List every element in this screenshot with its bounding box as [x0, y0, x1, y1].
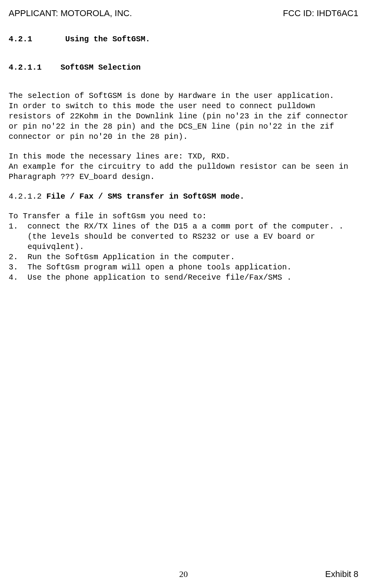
section-title: File / Fax / SMS transfer in SoftGSM mod… — [46, 192, 244, 201]
list-number: 2. — [9, 252, 28, 262]
list-text: Use the phone application to send/Receiv… — [28, 273, 358, 283]
paragraph-3: In this mode the necessary lines are: TX… — [9, 151, 358, 162]
section-number: 4.2.1.1 — [9, 63, 42, 72]
page-header: APPLICANT: MOTOROLA, INC. FCC ID: IHDT6A… — [9, 8, 358, 19]
paragraph-2: In order to switch to this mode the user… — [9, 101, 358, 142]
applicant-label: APPLICANT: MOTOROLA, INC. — [9, 8, 132, 19]
paragraph-4: An example for the circuitry to add the … — [9, 162, 358, 182]
section-4-2-1-1: 4.2.1.1 SoftGSM Selection — [9, 63, 358, 73]
list-item: 4. Use the phone application to send/Rec… — [9, 273, 358, 283]
list-text: The SoftGsm program will open a phone to… — [28, 262, 358, 273]
list-text: Run the SoftGsm Application in the compu… — [28, 252, 358, 262]
list-item: 1. connect the RX/TX lines of the D15 a … — [9, 221, 358, 252]
page-number: 20 — [179, 569, 188, 580]
page-footer: 20 Exhibit 8 — [9, 569, 358, 580]
section-title: Using the SoftGSM. — [65, 35, 150, 44]
fcc-id: FCC ID: IHDT6AC1 — [283, 8, 358, 19]
section-number: 4.2.1 — [9, 35, 32, 44]
section-4-2-1-2: 4.2.1.2 File / Fax / SMS transfer in Sof… — [9, 192, 358, 202]
list-item: 2. Run the SoftGsm Application in the co… — [9, 252, 358, 262]
list-number: 1. — [9, 221, 28, 252]
list-item: 3. The SoftGsm program will open a phone… — [9, 262, 358, 273]
section-4-2-1: 4.2.1 Using the SoftGSM. — [9, 34, 358, 44]
paragraph-1: The selection of SoftGSM is done by Hard… — [9, 91, 358, 101]
exhibit-label: Exhibit 8 — [325, 569, 358, 580]
list-intro: To Transfer a file in softGsm you need t… — [9, 211, 358, 221]
section-number: 4.2.1.2 — [9, 192, 42, 201]
list-number: 3. — [9, 262, 28, 273]
list-number: 4. — [9, 273, 28, 283]
list-text: connect the RX/TX lines of the D15 a a c… — [28, 221, 358, 252]
section-title: SoftGSM Selection — [61, 63, 141, 72]
